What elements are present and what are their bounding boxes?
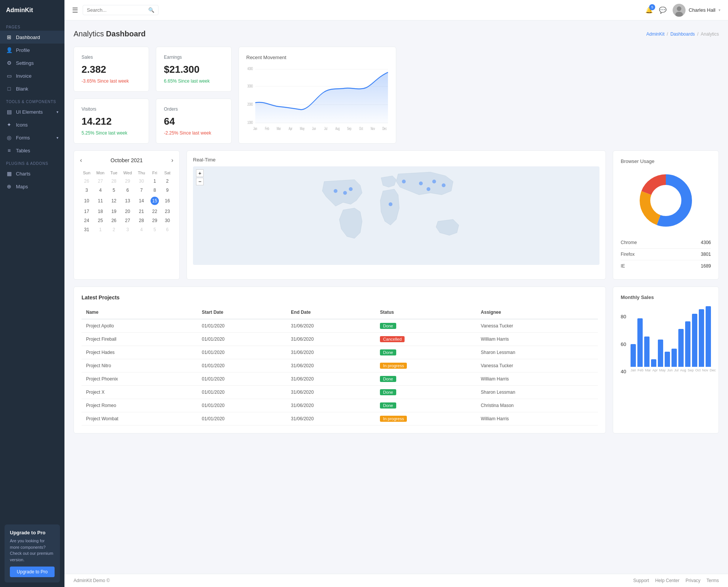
- breadcrumb-adminkit[interactable]: AdminKit: [646, 31, 665, 37]
- cal-other-day[interactable]: 6: [162, 225, 173, 234]
- cal-day[interactable]: 11: [93, 195, 107, 207]
- cal-day[interactable]: 22: [148, 207, 162, 216]
- hamburger-icon[interactable]: ☰: [72, 6, 78, 14]
- cal-day[interactable]: 10: [80, 195, 93, 207]
- sidebar-item-maps[interactable]: ⊕ Maps: [0, 180, 64, 193]
- status-badge: Done: [380, 323, 396, 329]
- cal-other-day[interactable]: 5: [148, 225, 162, 234]
- cal-day[interactable]: 29: [148, 216, 162, 225]
- cal-other-day[interactable]: 28: [107, 177, 120, 186]
- cal-day[interactable]: 25: [93, 216, 107, 225]
- bar-chart-wrap: 80 60 40: [621, 306, 711, 367]
- cal-day[interactable]: 14: [135, 195, 148, 207]
- sidebar-item-ui-elements[interactable]: ▤ UI Elements ▾: [0, 105, 64, 118]
- cal-day[interactable]: 4: [93, 186, 107, 195]
- cal-day[interactable]: 16: [162, 195, 173, 207]
- footer-link-privacy[interactable]: Privacy: [686, 578, 700, 583]
- forms-icon: ◎: [6, 135, 12, 141]
- sidebar-item-icons[interactable]: ✦ Icons: [0, 118, 64, 131]
- cal-day[interactable]: 27: [120, 216, 135, 225]
- cal-day[interactable]: 13: [120, 195, 135, 207]
- cal-day[interactable]: 20: [120, 207, 135, 216]
- svg-text:Sep: Sep: [347, 126, 351, 131]
- cal-day[interactable]: 31: [80, 225, 93, 234]
- table-row: Project Apollo01/01/202031/06/2020DoneVa…: [82, 319, 598, 333]
- cal-day[interactable]: 8: [148, 186, 162, 195]
- cal-day[interactable]: 6: [120, 186, 135, 195]
- cal-day[interactable]: 1: [148, 177, 162, 186]
- cal-other-day[interactable]: 26: [80, 177, 93, 186]
- cal-day[interactable]: 9: [162, 186, 173, 195]
- monthly-sales-card: Monthly Sales 80 60 40 JanFebMarAprMayJu…: [613, 286, 719, 434]
- cal-day[interactable]: 30: [162, 216, 173, 225]
- sidebar-item-charts[interactable]: ▦ Charts: [0, 167, 64, 180]
- breadcrumb-dashboards[interactable]: Dashboards: [670, 31, 695, 37]
- sidebar-item-label: Profile: [16, 47, 30, 53]
- cal-other-day[interactable]: 3: [120, 225, 135, 234]
- cal-day[interactable]: 21: [135, 207, 148, 216]
- calendar-next-button[interactable]: ›: [171, 157, 173, 164]
- project-status: In progress: [375, 359, 476, 373]
- sidebar-item-forms[interactable]: ◎ Forms ▾: [0, 131, 64, 144]
- project-assignee: Sharon Lessman: [476, 386, 598, 399]
- cal-day[interactable]: 17: [80, 207, 93, 216]
- calendar-prev-button[interactable]: ‹: [80, 157, 82, 164]
- project-end: 31/06/2020: [286, 399, 375, 412]
- cal-day[interactable]: 7: [135, 186, 148, 195]
- bar-chart: [631, 306, 711, 367]
- project-assignee: Vanessa Tucker: [476, 319, 598, 333]
- sidebar-item-invoice[interactable]: ▭ Invoice: [0, 69, 64, 82]
- sidebar-item-blank[interactable]: □ Blank: [0, 82, 64, 95]
- cal-other-day[interactable]: 1: [93, 225, 107, 234]
- table-row: Project Fireball01/01/202031/06/2020Canc…: [82, 333, 598, 346]
- cal-other-day[interactable]: 27: [93, 177, 107, 186]
- user-avatar[interactable]: Charles Hall ▾: [673, 4, 720, 17]
- cal-day[interactable]: 23: [162, 207, 173, 216]
- col-name: Name: [82, 306, 197, 319]
- cal-other-day[interactable]: 2: [107, 225, 120, 234]
- user-name: Charles Hall: [689, 7, 715, 13]
- footer-link-terms[interactable]: Terms: [706, 578, 719, 583]
- projects-title: Latest Projects: [82, 294, 598, 301]
- notification-icon[interactable]: 🔔 5: [645, 6, 653, 14]
- sidebar-item-tables[interactable]: ≡ Tables: [0, 144, 64, 157]
- cal-day[interactable]: 26: [107, 216, 120, 225]
- project-end: 31/06/2020: [286, 386, 375, 399]
- cal-other-day[interactable]: 4: [135, 225, 148, 234]
- footer-link-support[interactable]: Support: [633, 578, 649, 583]
- cal-other-day[interactable]: 30: [135, 177, 148, 186]
- invoice-icon: ▭: [6, 73, 12, 79]
- svg-text:Dec: Dec: [382, 126, 386, 131]
- stats-grid: Sales 2.382 -3.65% Since last week Earni…: [74, 47, 232, 144]
- earnings-value: $21.300: [164, 64, 223, 75]
- bar: [699, 309, 704, 367]
- map-container: + −: [193, 166, 599, 265]
- table-row: Project Romeo01/01/202031/06/2020DoneChr…: [82, 399, 598, 412]
- cal-other-day[interactable]: 29: [120, 177, 135, 186]
- cal-day[interactable]: 2: [162, 177, 173, 186]
- cal-day[interactable]: 3: [80, 186, 93, 195]
- sidebar-item-settings[interactable]: ⚙ Settings: [0, 56, 64, 69]
- plugins-section-label: Plugins & Addons: [0, 157, 64, 167]
- footer-link-help[interactable]: Help Center: [655, 578, 679, 583]
- cal-day[interactable]: 28: [135, 216, 148, 225]
- cal-day[interactable]: 5: [107, 186, 120, 195]
- cal-day[interactable]: 12: [107, 195, 120, 207]
- project-start: 01/01/2020: [197, 359, 286, 373]
- cal-day[interactable]: 15: [148, 195, 162, 207]
- project-status: Cancelled: [375, 333, 476, 346]
- breadcrumb-sep2: /: [697, 31, 698, 37]
- upgrade-title: Upgrade to Pro: [10, 530, 55, 535]
- cal-day[interactable]: 18: [93, 207, 107, 216]
- svg-text:1000: 1000: [247, 120, 253, 125]
- svg-point-26: [402, 180, 406, 183]
- cal-day[interactable]: 19: [107, 207, 120, 216]
- message-icon[interactable]: 💬: [659, 6, 667, 14]
- status-badge: Done: [380, 402, 396, 409]
- upgrade-button[interactable]: Upgrade to Pro: [10, 567, 55, 577]
- sidebar-item-dashboard[interactable]: ⊞ Dashboard: [0, 31, 64, 44]
- sidebar-item-label: Forms: [16, 135, 30, 141]
- search-input[interactable]: [87, 7, 146, 13]
- sidebar-item-profile[interactable]: 👤 Profile: [0, 44, 64, 56]
- cal-day[interactable]: 24: [80, 216, 93, 225]
